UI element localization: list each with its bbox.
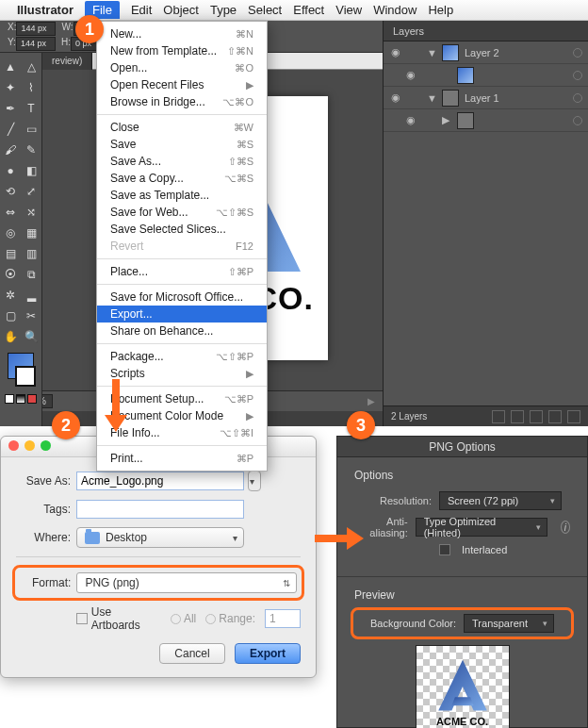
layer-row[interactable]: ◉▼Layer 2: [384, 41, 588, 64]
tags-field[interactable]: [76, 500, 244, 519]
layer-row[interactable]: ◉▼Layer 1: [384, 87, 588, 109]
make-clipping-mask-icon[interactable]: [511, 410, 524, 423]
menu-type[interactable]: Type: [210, 3, 237, 17]
perspective-tool[interactable]: ▦: [22, 223, 41, 242]
blend-tool[interactable]: ⧉: [22, 265, 41, 284]
rotate-tool[interactable]: ⟲: [1, 182, 20, 201]
menu-item-new[interactable]: New...⌘N: [97, 25, 267, 42]
target-icon[interactable]: [573, 48, 582, 58]
shape-builder-tool[interactable]: ◎: [1, 223, 20, 242]
visibility-icon[interactable]: ◉: [404, 114, 417, 126]
symbol-sprayer-tool[interactable]: ✲: [1, 286, 20, 305]
eraser-tool[interactable]: ◧: [22, 161, 41, 180]
layer-name[interactable]: Layer 1: [465, 92, 499, 104]
format-select[interactable]: PNG (png): [76, 572, 297, 593]
interlaced-checkbox[interactable]: [439, 544, 450, 555]
cancel-button[interactable]: Cancel: [159, 643, 225, 664]
twirl-icon[interactable]: ▼: [427, 92, 436, 104]
expand-button[interactable]: [248, 471, 261, 491]
line-tool[interactable]: ╱: [1, 120, 20, 139]
eyedropper-tool[interactable]: ⦿: [1, 265, 20, 284]
layer-name[interactable]: Layer 2: [465, 47, 499, 58]
menu-item-save-as[interactable]: Save As...⇧⌘S: [97, 153, 267, 170]
paintbrush-tool[interactable]: 🖌: [1, 141, 20, 159]
y-field[interactable]: 144 px: [16, 37, 56, 51]
target-icon[interactable]: [573, 116, 582, 125]
visibility-icon[interactable]: ◉: [389, 46, 402, 58]
locate-object-icon[interactable]: [492, 410, 505, 423]
menu-item-new-from-template[interactable]: New from Template...⇧⌘N: [97, 42, 267, 59]
menu-edit[interactable]: Edit: [131, 3, 152, 17]
hand-tool[interactable]: ✋: [1, 327, 20, 346]
menu-item-package[interactable]: Package...⌥⇧⌘P: [97, 348, 267, 365]
color-mode-toggles[interactable]: [0, 394, 41, 404]
menu-select[interactable]: Select: [248, 3, 282, 17]
pen-tool[interactable]: ✒: [1, 99, 20, 118]
anti-aliasing-select[interactable]: Type Optimized (Hinted): [416, 518, 547, 537]
range-radio[interactable]: Range:: [205, 612, 255, 625]
selection-tool[interactable]: ▲: [1, 58, 20, 76]
pencil-tool[interactable]: ✎: [22, 141, 41, 159]
menu-item-save-as-template[interactable]: Save as Template...: [97, 187, 267, 204]
use-artboards-checkbox[interactable]: Use Artboards: [76, 605, 161, 632]
background-color-select[interactable]: Transparent: [464, 614, 554, 633]
twirl-icon[interactable]: ▼: [427, 47, 436, 58]
layer-row[interactable]: ◉▶: [384, 109, 588, 132]
all-radio[interactable]: All: [171, 612, 196, 625]
where-select[interactable]: Desktop: [76, 527, 244, 548]
twirl-icon[interactable]: ▶: [442, 114, 451, 126]
layer-row[interactable]: ◉: [384, 64, 588, 87]
visibility-icon[interactable]: ◉: [404, 69, 417, 81]
menu-item-print[interactable]: Print...⌘P: [97, 450, 267, 467]
menu-item-save-a-copy[interactable]: Save a Copy...⌥⌘S: [97, 170, 267, 187]
new-sublayer-icon[interactable]: [530, 410, 543, 423]
app-name[interactable]: Illustrator: [17, 3, 74, 17]
gradient-tool[interactable]: ▥: [22, 244, 41, 263]
visibility-icon[interactable]: ◉: [389, 91, 402, 104]
scale-tool[interactable]: ⤢: [22, 182, 41, 201]
layers-header[interactable]: Layers: [384, 21, 588, 41]
artboard-tool[interactable]: ▢: [1, 306, 20, 325]
magic-wand-tool[interactable]: ✦: [1, 78, 20, 97]
menu-view[interactable]: View: [335, 3, 362, 17]
x-field[interactable]: 144 px: [16, 22, 56, 36]
target-icon[interactable]: [573, 71, 582, 80]
blob-brush-tool[interactable]: ●: [1, 161, 20, 180]
menu-effect[interactable]: Effect: [293, 3, 324, 17]
menu-item-share-on-behance[interactable]: Share on Behance...: [97, 323, 267, 339]
resolution-select[interactable]: Screen (72 ppi): [439, 491, 562, 510]
delete-layer-icon[interactable]: [567, 410, 580, 423]
save-as-field[interactable]: [76, 472, 244, 490]
menu-item-save-selected-slices[interactable]: Save Selected Slices...: [97, 221, 267, 238]
direct-selection-tool[interactable]: △: [22, 58, 41, 76]
target-icon[interactable]: [573, 93, 582, 103]
new-layer-icon[interactable]: [548, 410, 562, 423]
menu-item-open[interactable]: Open...⌘O: [97, 59, 267, 76]
menu-object[interactable]: Object: [163, 3, 199, 17]
document-tab[interactable]: review): [42, 53, 92, 70]
width-tool[interactable]: ⇔: [1, 203, 20, 222]
zoom-tool[interactable]: 🔍: [22, 327, 41, 346]
mesh-tool[interactable]: ▤: [1, 244, 20, 263]
menu-item-save-for-web[interactable]: Save for Web...⌥⇧⌘S: [97, 204, 267, 221]
info-icon[interactable]: i: [561, 521, 570, 534]
menu-item-save[interactable]: Save⌘S: [97, 136, 267, 153]
slice-tool[interactable]: ✂: [22, 306, 41, 325]
traffic-lights[interactable]: [8, 440, 51, 451]
rectangle-tool[interactable]: ▭: [22, 120, 41, 139]
range-field[interactable]: [265, 609, 301, 628]
type-tool[interactable]: T: [22, 99, 41, 118]
menu-window[interactable]: Window: [373, 3, 416, 17]
menu-item-close[interactable]: Close⌘W: [97, 119, 267, 136]
free-transform-tool[interactable]: ⤭: [22, 203, 41, 222]
graph-tool[interactable]: ▂: [22, 286, 41, 305]
menu-item-save-for-microsoft-office[interactable]: Save for Microsoft Office...: [97, 289, 267, 306]
menu-item-place[interactable]: Place...⇧⌘P: [97, 263, 267, 280]
menu-item-browse-in-bridge[interactable]: Browse in Bridge...⌥⌘O: [97, 93, 267, 110]
stroke-swatch[interactable]: [15, 366, 36, 387]
export-button[interactable]: Export: [235, 643, 301, 664]
menu-item-open-recent-files[interactable]: Open Recent Files▶: [97, 76, 267, 93]
menu-item-export[interactable]: Export...: [97, 306, 267, 323]
lasso-tool[interactable]: ⌇: [22, 78, 41, 97]
menu-help[interactable]: Help: [428, 3, 453, 17]
